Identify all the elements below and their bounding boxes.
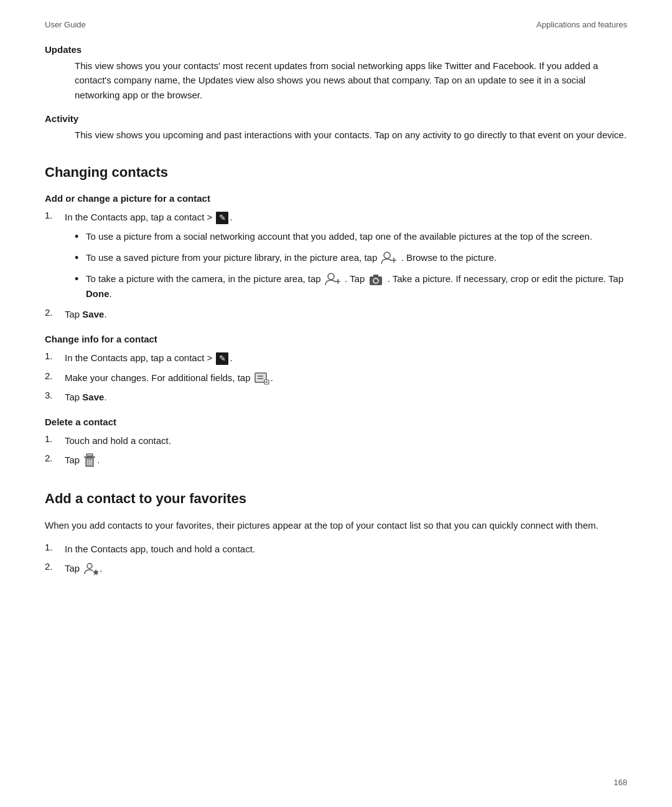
person-plus-icon [381, 252, 397, 265]
bullet-text-2: To use a saved picture from your picture… [86, 250, 627, 265]
changing-contacts-heading: Changing contacts [45, 164, 627, 181]
change-info-step1: 1. In the Contacts app, tap a contact > … [45, 351, 627, 365]
step1-content: In the Contacts app, tap a contact > . [65, 210, 627, 224]
change-info-section: Change info for a contact 1. In the Cont… [45, 334, 627, 404]
bullet3-pre: To take a picture with the camera, in th… [86, 273, 324, 284]
activity-section: Activity This view shows you upcoming an… [45, 113, 627, 142]
activity-text: This view shows you upcoming and past in… [75, 128, 627, 142]
updates-text: This view shows you your contacts' most … [75, 59, 627, 102]
svg-rect-15 [84, 456, 95, 458]
camera-icon [368, 273, 383, 286]
fav-step1: 1. In the Contacts app, touch and hold a… [45, 542, 627, 556]
svg-rect-6 [370, 276, 382, 285]
fav-step2-content: Tap ★ . [65, 561, 627, 577]
ci-step2-content: Make your changes. For additional fields… [65, 370, 627, 385]
bullet-text-1: To use a picture from a social networkin… [86, 229, 627, 243]
step2-num: 2. [45, 307, 65, 318]
ci-step1-num: 1. [45, 351, 65, 361]
bullet-dot-2: • [75, 252, 86, 265]
activity-title: Activity [45, 113, 627, 124]
bullet-text-3: To take a picture with the camera, in th… [86, 271, 627, 301]
del-tap: Tap [65, 455, 82, 465]
page-number: 168 [614, 778, 627, 787]
delete-contact-section: Delete a contact 1. Touch and hold a con… [45, 417, 627, 468]
svg-point-3 [328, 273, 334, 280]
save-bold-2: Save [82, 392, 104, 402]
page-header: User Guide Applications and features [45, 20, 627, 29]
svg-point-0 [384, 252, 390, 258]
header-left: User Guide [45, 20, 86, 29]
ci-step3-tap: Tap [65, 392, 82, 402]
add-field-icon [254, 372, 269, 385]
del-step1-num: 1. [45, 433, 65, 444]
bullet3-post: . Take a picture. If necessary, crop or … [388, 273, 623, 284]
svg-text:★: ★ [92, 568, 98, 577]
bullet-dot-3: • [75, 273, 86, 286]
delete-contact-title: Delete a contact [45, 417, 627, 427]
bullet-dot-1: • [75, 230, 86, 244]
change-info-step3: 3. Tap Save. [45, 390, 627, 404]
updates-body: This view shows you your contacts' most … [75, 59, 627, 102]
svg-rect-7 [373, 275, 378, 277]
favorites-body: When you add contacts to your favorites,… [45, 518, 627, 532]
bullet-item-2: • To use a saved picture from your pictu… [75, 250, 627, 265]
bullet-item-3: • To take a picture with the camera, in … [75, 271, 627, 301]
add-picture-title: Add or change a picture for a contact [45, 193, 627, 204]
add-picture-step2: 2. Tap Save. [45, 307, 627, 321]
trash-icon [83, 453, 96, 468]
picture-bullets: • To use a picture from a social network… [75, 229, 627, 301]
star-favorite-icon: ★ [83, 562, 98, 577]
bullet2-pre: To use a saved picture from your picture… [86, 252, 380, 263]
ci-step2-num: 2. [45, 370, 65, 381]
bullet2-post: . Browse to the picture. [401, 252, 497, 263]
updates-title: Updates [45, 44, 627, 55]
ci-step2-text: Make your changes. For additional fields… [65, 372, 253, 383]
del-step2-num: 2. [45, 453, 65, 463]
change-info-step2: 2. Make your changes. For additional fie… [45, 370, 627, 385]
ci-step3-num: 3. [45, 390, 65, 400]
fav-step2: 2. Tap ★ . [45, 561, 627, 577]
delete-step1: 1. Touch and hold a contact. [45, 433, 627, 448]
del-step1-content: Touch and hold a contact. [65, 433, 627, 448]
step1-num: 1. [45, 210, 65, 220]
add-picture-section: Add or change a picture for a contact 1.… [45, 193, 627, 321]
fav-step1-num: 1. [45, 542, 65, 552]
del-step2-content: Tap . [65, 453, 627, 468]
favorites-heading: Add a contact to your favorites [45, 491, 627, 507]
favorites-section: Add a contact to your favorites When you… [45, 491, 627, 577]
person-plus-icon-2 [325, 273, 341, 286]
svg-rect-16 [86, 454, 93, 456]
header-right: Applications and features [536, 20, 627, 29]
done-bold: Done [86, 288, 110, 299]
bullet3-mid: . Tap [345, 273, 367, 284]
ci-step1-content: In the Contacts app, tap a contact > . [65, 351, 627, 365]
svg-point-21 [87, 564, 92, 569]
fav-tap: Tap [65, 563, 82, 573]
activity-body: This view shows you upcoming and past in… [75, 128, 627, 142]
save-bold-1: Save [82, 309, 104, 319]
step1-text-pre: In the Contacts app, tap a contact > [65, 212, 215, 222]
edit-icon [216, 212, 228, 224]
delete-step2: 2. Tap . [45, 453, 627, 468]
bullet-item-1: • To use a picture from a social network… [75, 229, 627, 244]
step2-content: Tap Save. [65, 307, 627, 321]
fav-step2-num: 2. [45, 561, 65, 572]
ci-step1-pre: In the Contacts app, tap a contact > [65, 352, 215, 363]
change-info-title: Change info for a contact [45, 334, 627, 344]
add-picture-step1: 1. In the Contacts app, tap a contact > … [45, 210, 627, 224]
ci-step3-content: Tap Save. [65, 390, 627, 404]
step2-tap: Tap [65, 309, 82, 319]
edit-icon-2 [216, 352, 228, 365]
updates-section: Updates This view shows you your contact… [45, 44, 627, 102]
fav-step1-content: In the Contacts app, touch and hold a co… [65, 542, 627, 556]
